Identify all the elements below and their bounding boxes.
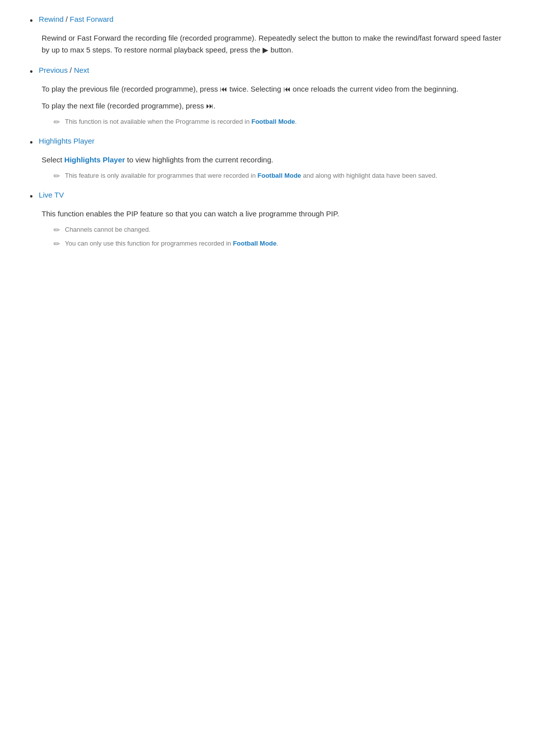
next-description: To play the next file (recorded programm… (42, 100, 505, 112)
bullet-highlights-player: • Highlights Player (30, 137, 505, 150)
link-previous[interactable]: Previous (39, 66, 67, 74)
link-highlights-player[interactable]: Highlights Player (39, 137, 95, 145)
football-mode-highlight-1: Football Mode (251, 118, 295, 125)
section-previous-next: • Previous / Next To play the previous f… (30, 66, 505, 127)
section-title-previous-next: Previous / Next (39, 66, 89, 74)
section-rewind-forward: • Rewind / Fast Forward Rewind or Fast F… (30, 15, 505, 56)
note-pencil-icon-3: ✏ (54, 225, 60, 235)
football-mode-highlight-3: Football Mode (233, 240, 276, 247)
bullet-dot-3: • (30, 138, 33, 148)
live-tv-description: This function enables the PIP feature so… (42, 208, 505, 220)
rewind-description: Rewind or Fast Forward the recording fil… (42, 32, 505, 56)
note-text-2: This feature is only available for progr… (65, 171, 437, 181)
note-text-4: You can only use this function for progr… (65, 239, 278, 249)
bullet-dot-4: • (30, 192, 33, 202)
note-channels: ✏ Channels cannot be changed. (54, 225, 505, 235)
section-body-highlights: Select Highlights Player to view highlig… (42, 154, 505, 181)
link-rewind[interactable]: Rewind (39, 15, 63, 23)
note-pencil-icon-1: ✏ (54, 117, 60, 127)
title-separator-2: / (70, 66, 74, 74)
title-separator-1: / (66, 15, 70, 23)
section-title-highlights: Highlights Player (39, 137, 95, 145)
section-body-previous-next: To play the previous file (recorded prog… (42, 83, 505, 127)
section-live-tv: • Live TV This function enables the PIP … (30, 191, 505, 249)
main-content: • Rewind / Fast Forward Rewind or Fast F… (30, 15, 505, 249)
bullet-dot-2: • (30, 67, 33, 77)
bullet-dot: • (30, 16, 33, 26)
note-text-1: This function is not available when the … (65, 117, 297, 127)
football-mode-highlight-2: Football Mode (258, 172, 301, 179)
note-pencil-icon-4: ✏ (54, 239, 60, 249)
section-title-live-tv: Live TV (39, 191, 64, 199)
bullet-rewind-forward: • Rewind / Fast Forward (30, 15, 505, 28)
section-body-live-tv: This function enables the PIP feature so… (42, 208, 505, 249)
link-next[interactable]: Next (74, 66, 89, 74)
link-fast-forward[interactable]: Fast Forward (70, 15, 113, 23)
link-live-tv[interactable]: Live TV (39, 191, 64, 199)
note-text-3: Channels cannot be changed. (65, 225, 151, 235)
note-football-mode-2: ✏ This feature is only available for pro… (54, 171, 505, 181)
note-football-mode-3: ✏ You can only use this function for pro… (54, 239, 505, 249)
note-pencil-icon-2: ✏ (54, 171, 60, 181)
section-highlights-player: • Highlights Player Select Highlights Pl… (30, 137, 505, 181)
bullet-live-tv: • Live TV (30, 191, 505, 204)
bullet-previous-next: • Previous / Next (30, 66, 505, 79)
previous-description: To play the previous file (recorded prog… (42, 83, 505, 95)
section-body-rewind-forward: Rewind or Fast Forward the recording fil… (42, 32, 505, 56)
highlights-player-inline: Highlights Player (64, 155, 125, 164)
note-football-mode-1: ✏ This function is not available when th… (54, 117, 505, 127)
section-title-rewind-forward: Rewind / Fast Forward (39, 15, 113, 23)
highlights-description: Select Highlights Player to view highlig… (42, 154, 505, 166)
